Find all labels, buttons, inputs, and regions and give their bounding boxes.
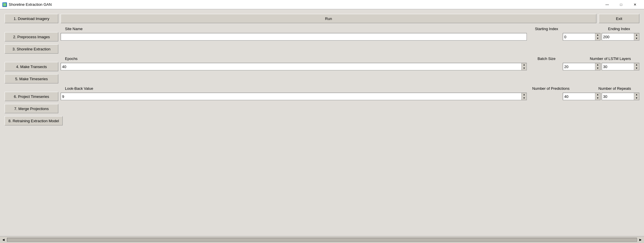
num-repeats-input[interactable] — [602, 93, 634, 100]
title-bar: Shoreline Extraction GAN — □ ✕ — [0, 0, 644, 9]
lstm-layers-down[interactable]: ▼ — [634, 67, 639, 70]
lookback-input[interactable] — [61, 93, 521, 100]
starting-index-header: Starting Index — [529, 27, 564, 31]
lstm-layers-up[interactable]: ▲ — [634, 63, 639, 67]
ending-index-up[interactable]: ▲ — [634, 33, 639, 37]
shoreline-extraction-button[interactable]: 3. Shoreline Extraction — [5, 44, 58, 54]
epochs-input[interactable] — [61, 63, 521, 70]
lstm-layers-spinbox: ▲ ▼ — [602, 63, 639, 70]
ending-index-arrows: ▲ ▼ — [634, 33, 639, 40]
preprocess-images-button[interactable]: 2. Preprocess Images — [5, 32, 58, 41]
site-name-input[interactable] — [61, 33, 527, 41]
main-content: 1. Download Imagery Run Exit Site Name S… — [0, 9, 644, 236]
window-title: Shoreline Extraction GAN — [9, 2, 52, 7]
preprocess-row: 2. Preprocess Images ▲ ▼ ▲ ▼ — [5, 32, 639, 41]
batch-size-header: Batch Size — [529, 56, 564, 61]
scroll-track[interactable] — [7, 238, 637, 242]
transects-row: 4. Make Transects ▲ ▼ ▲ ▼ — [5, 62, 639, 71]
project-timeseries-button[interactable]: 6. Project Timeseries — [5, 92, 58, 101]
timeseries-row: 5. Make Timeseries — [5, 74, 639, 83]
toolbar-row: 1. Download Imagery Run Exit — [5, 14, 639, 23]
lstm-layers-arrows: ▲ ▼ — [634, 63, 639, 70]
minimize-button[interactable]: — — [600, 0, 614, 9]
batch-size-input[interactable] — [563, 63, 595, 70]
lookback-down[interactable]: ▼ — [522, 96, 527, 100]
ending-index-spinbox: ▲ ▼ — [602, 33, 639, 41]
lookback-label: Look-Back Value — [65, 86, 93, 91]
num-predictions-down[interactable]: ▼ — [595, 96, 600, 100]
lookback-up[interactable]: ▲ — [522, 93, 527, 96]
maximize-button[interactable]: □ — [614, 0, 628, 9]
project-row: 6. Project Timeseries ▲ ▼ ▲ ▼ — [5, 92, 639, 101]
application-window: Shoreline Extraction GAN — □ ✕ 1. Downlo… — [0, 0, 644, 243]
merge-row: 7. Merge Projections — [5, 104, 639, 113]
make-transects-button[interactable]: 4. Make Transects — [5, 62, 58, 71]
scroll-right-arrow[interactable]: ▶ — [638, 238, 643, 241]
epochs-spinbox: ▲ ▼ — [61, 63, 527, 70]
num-repeats-up[interactable]: ▲ — [634, 93, 639, 96]
make-timeseries-button[interactable]: 5. Make Timeseries — [5, 74, 58, 83]
num-repeats-header: Number of Repeats — [590, 86, 639, 91]
retraining-button[interactable]: 8. Retraining Extraction Model — [5, 116, 63, 125]
epochs-up[interactable]: ▲ — [522, 63, 527, 67]
batch-size-spinbox: ▲ ▼ — [563, 63, 600, 70]
lstm-layers-input[interactable] — [602, 63, 634, 70]
batch-size-arrows: ▲ ▼ — [595, 63, 600, 70]
horizontal-scrollbar: ◀ ▶ — [0, 236, 644, 243]
shoreline-row: 3. Shoreline Extraction — [5, 44, 639, 54]
num-predictions-input[interactable] — [563, 93, 595, 100]
epochs-arrows: ▲ ▼ — [521, 63, 527, 70]
num-predictions-up[interactable]: ▲ — [595, 93, 600, 96]
num-predictions-arrows: ▲ ▼ — [595, 93, 600, 100]
retrain-row: 8. Retraining Extraction Model — [5, 116, 639, 125]
run-button[interactable]: Run — [61, 14, 596, 23]
close-button[interactable]: ✕ — [628, 0, 642, 9]
app-icon-inner — [3, 3, 6, 6]
epochs-down[interactable]: ▼ — [522, 67, 527, 70]
num-repeats-spinbox: ▲ ▼ — [602, 93, 639, 100]
starting-index-up[interactable]: ▲ — [595, 33, 600, 37]
epochs-label: Epochs — [65, 56, 77, 61]
window-controls: — □ ✕ — [600, 0, 642, 9]
exit-button[interactable]: Exit — [599, 14, 639, 23]
starting-index-arrows: ▲ ▼ — [595, 33, 600, 40]
num-repeats-down[interactable]: ▼ — [634, 96, 639, 100]
starting-index-down[interactable]: ▼ — [595, 37, 600, 40]
num-predictions-header: Number of Predictions — [529, 86, 573, 91]
lookback-arrows: ▲ ▼ — [521, 93, 527, 100]
lookback-spinbox: ▲ ▼ — [61, 93, 527, 100]
batch-size-down[interactable]: ▼ — [595, 67, 600, 70]
lstm-layers-header: Number of LSTM Layers — [581, 56, 639, 61]
site-name-label: Site Name — [65, 27, 83, 31]
ending-index-down[interactable]: ▼ — [634, 37, 639, 40]
title-bar-left: Shoreline Extraction GAN — [2, 2, 52, 7]
app-icon — [2, 2, 7, 7]
merge-projections-button[interactable]: 7. Merge Projections — [5, 104, 58, 113]
starting-index-input[interactable] — [563, 33, 595, 40]
scroll-left-arrow[interactable]: ◀ — [1, 238, 6, 241]
download-imagery-button[interactable]: 1. Download Imagery — [5, 14, 58, 23]
num-repeats-arrows: ▲ ▼ — [634, 93, 639, 100]
starting-index-spinbox: ▲ ▼ — [563, 33, 600, 41]
ending-index-header: Ending Index — [599, 27, 639, 31]
batch-size-up[interactable]: ▲ — [595, 63, 600, 67]
ending-index-input[interactable] — [602, 33, 634, 40]
num-predictions-spinbox: ▲ ▼ — [563, 93, 600, 100]
